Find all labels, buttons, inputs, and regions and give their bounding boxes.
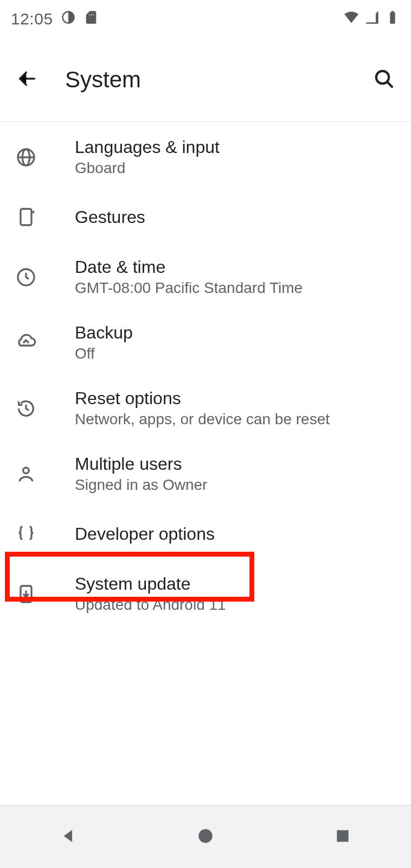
app-bar: System [0, 38, 411, 122]
search-icon [373, 68, 395, 92]
arrow-back-icon [16, 68, 38, 92]
phone-gesture-icon [15, 206, 59, 228]
item-subtitle: Updated to Android 11 [75, 596, 226, 614]
item-subtitle: GMT-08:00 Pacific Standard Time [75, 279, 303, 297]
svg-line-2 [387, 82, 392, 87]
page-title: System [65, 67, 141, 93]
nav-back-button[interactable] [41, 821, 95, 853]
wifi-icon [344, 10, 359, 29]
triangle-back-icon [59, 827, 78, 847]
item-system-update[interactable]: System update Updated to Android 11 [0, 561, 411, 627]
item-subtitle: Off [75, 345, 133, 362]
circle-home-icon [196, 827, 215, 847]
status-bar: 12:05 [0, 0, 411, 38]
item-multiple-users[interactable]: Multiple users Signed in as Owner [0, 441, 411, 507]
back-button[interactable] [15, 68, 39, 92]
search-button[interactable] [372, 68, 396, 92]
item-title: Backup [75, 323, 133, 343]
item-title: Multiple users [75, 454, 207, 474]
navigation-bar [0, 805, 411, 868]
item-title: Languages & input [75, 137, 220, 157]
item-languages-input[interactable]: Languages & input Gboard [0, 124, 411, 190]
svg-rect-6 [21, 209, 31, 225]
phone-download-icon [15, 583, 59, 605]
clock-icon [15, 266, 59, 288]
battery-icon [385, 10, 400, 29]
sd-card-icon [84, 10, 99, 29]
nav-recent-button[interactable] [316, 821, 370, 853]
svg-point-12 [198, 829, 213, 843]
item-subtitle: Signed in as Owner [75, 476, 207, 494]
settings-list: Languages & input Gboard Gestures Date &… [0, 122, 411, 627]
item-gestures[interactable]: Gestures [0, 190, 411, 244]
svg-point-9 [23, 468, 29, 474]
item-date-time[interactable]: Date & time GMT-08:00 Pacific Standard T… [0, 244, 411, 310]
item-developer-options[interactable]: Developer options [0, 507, 411, 561]
item-subtitle: Gboard [75, 159, 220, 177]
status-time: 12:05 [11, 10, 53, 28]
globe-icon [15, 146, 59, 168]
item-title: Date & time [75, 257, 303, 277]
cloud-upload-icon [15, 332, 59, 354]
item-title: Reset options [75, 388, 330, 409]
svg-rect-13 [337, 830, 348, 841]
nav-home-button[interactable] [178, 821, 233, 853]
braces-icon [15, 523, 59, 545]
item-backup[interactable]: Backup Off [0, 310, 411, 375]
item-title: System update [75, 574, 226, 594]
half-circle-icon [61, 10, 76, 29]
history-icon [15, 398, 59, 419]
cell-signal-icon [364, 10, 380, 29]
item-title: Gestures [75, 207, 145, 227]
square-recent-icon [334, 827, 351, 847]
item-subtitle: Network, apps, or device can be reset [75, 411, 330, 428]
item-title: Developer options [75, 524, 215, 544]
person-icon [15, 463, 59, 485]
item-reset-options[interactable]: Reset options Network, apps, or device c… [0, 375, 411, 441]
